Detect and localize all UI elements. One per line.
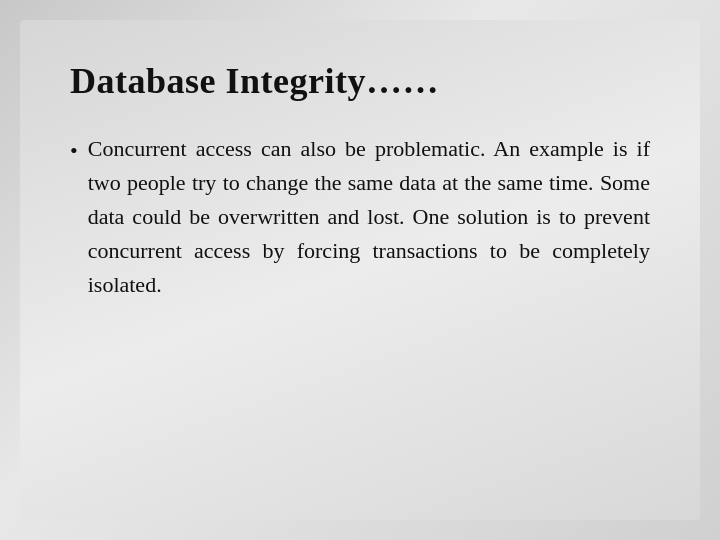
bullet-text: Concurrent access can also be problemati… [88,132,650,302]
slide-container: Database Integrity…… • Concurrent access… [20,20,700,520]
bullet-dot: • [70,134,78,167]
content-area: • Concurrent access can also be problema… [70,132,650,302]
bullet-item: • Concurrent access can also be problema… [70,132,650,302]
slide-title: Database Integrity…… [70,60,650,102]
